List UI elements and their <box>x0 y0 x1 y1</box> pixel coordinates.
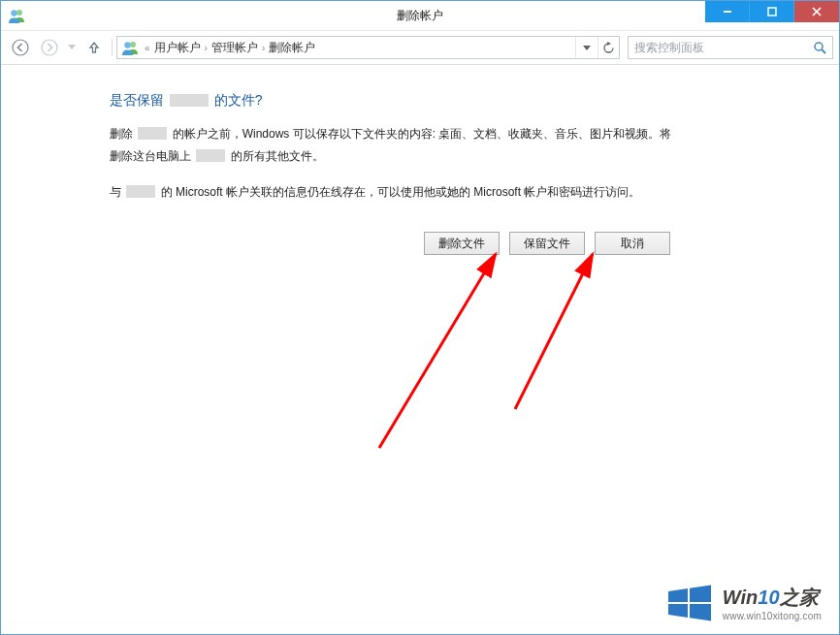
search-input[interactable] <box>629 41 807 54</box>
svg-point-7 <box>42 40 57 55</box>
content-inner: 是否保留 的文件? 删除 的帐户之前，Windows 可以保存以下文件夹的内容:… <box>1 92 738 255</box>
svg-point-9 <box>124 42 130 48</box>
breadcrumb-item[interactable]: 用户帐户 <box>154 40 201 56</box>
annotation-arrow <box>505 244 622 422</box>
breadcrumb-item[interactable]: 删除帐户 <box>269 40 315 56</box>
svg-point-10 <box>815 43 823 50</box>
heading-text: 的文件? <box>210 92 263 108</box>
para-text: 与 <box>110 185 124 199</box>
para-text: 的帐户之前，Windows 可以保存以下文件夹的内容: 桌面、文档、收藏夹、音乐… <box>110 127 671 163</box>
close-button[interactable] <box>794 1 839 22</box>
svg-line-11 <box>822 49 825 53</box>
breadcrumb-item[interactable]: 管理帐户 <box>211 40 258 56</box>
svg-rect-3 <box>768 8 776 16</box>
user-accounts-icon <box>9 8 24 23</box>
redacted-username <box>138 127 167 140</box>
breadcrumb-chevron-icon: › <box>201 43 211 53</box>
redacted-username <box>126 185 155 198</box>
para-text: 的 Microsoft 帐户关联的信息仍在线存在，可以使用他或她的 Micros… <box>157 185 640 199</box>
titlebar: 删除帐户 <box>1 1 839 30</box>
watermark: Win10之家 www.win10xitong.com <box>666 580 822 626</box>
breadcrumb-bar[interactable]: « 用户帐户 › 管理帐户 › 删除帐户 <box>116 36 620 59</box>
search-box <box>628 36 833 59</box>
delete-files-button[interactable]: 删除文件 <box>424 232 500 255</box>
titlebar-left <box>1 8 24 23</box>
refresh-button[interactable] <box>598 37 619 58</box>
nav-separator <box>112 39 113 56</box>
content-area: 是否保留 的文件? 删除 的帐户之前，Windows 可以保存以下文件夹的内容:… <box>1 65 839 634</box>
paragraph-2: 与 的 Microsoft 帐户关联的信息仍在线存在，可以使用他或她的 Micr… <box>110 181 680 204</box>
watermark-url: www.win10xitong.com <box>723 611 822 621</box>
paragraph-1: 删除 的帐户之前，Windows 可以保存以下文件夹的内容: 桌面、文档、收藏夹… <box>110 123 680 168</box>
svg-point-0 <box>16 10 22 16</box>
navbar: « 用户帐户 › 管理帐户 › 删除帐户 <box>1 30 839 65</box>
window-title: 删除帐户 <box>397 8 443 24</box>
redacted-username <box>170 94 209 107</box>
breadcrumb-chevron-icon: « <box>141 43 154 53</box>
nav-forward-button[interactable] <box>36 35 63 60</box>
maximize-button[interactable] <box>750 1 794 22</box>
windows-logo-icon <box>666 580 713 626</box>
minimize-button[interactable] <box>705 1 750 22</box>
redacted-username <box>196 149 225 162</box>
nav-recent-dropdown-icon[interactable] <box>65 35 79 60</box>
svg-point-6 <box>13 40 28 55</box>
breadcrumb-chevron-icon: › <box>258 43 269 53</box>
para-text: 删除 <box>110 127 136 141</box>
nav-back-button[interactable] <box>7 35 34 60</box>
svg-line-13 <box>515 254 593 409</box>
cancel-button[interactable]: 取消 <box>595 232 670 255</box>
window-controls <box>705 1 839 22</box>
button-row: 删除文件 保留文件 取消 <box>110 232 680 255</box>
breadcrumb-dropdown-icon[interactable] <box>576 37 598 58</box>
breadcrumb-right <box>575 37 619 58</box>
svg-point-1 <box>11 10 16 16</box>
annotation-arrow <box>370 244 525 460</box>
window-frame: 删除帐户 <box>0 0 840 635</box>
svg-point-8 <box>130 42 136 48</box>
search-button[interactable] <box>807 37 832 58</box>
heading-text: 是否保留 <box>110 92 168 108</box>
svg-line-12 <box>379 254 496 448</box>
para-text: 的所有其他文件。 <box>227 149 323 163</box>
breadcrumb-icon <box>121 39 139 56</box>
watermark-title: Win10之家 <box>723 585 822 611</box>
page-heading: 是否保留 的文件? <box>110 92 680 110</box>
keep-files-button[interactable]: 保留文件 <box>509 232 585 255</box>
nav-up-button[interactable] <box>81 35 108 60</box>
